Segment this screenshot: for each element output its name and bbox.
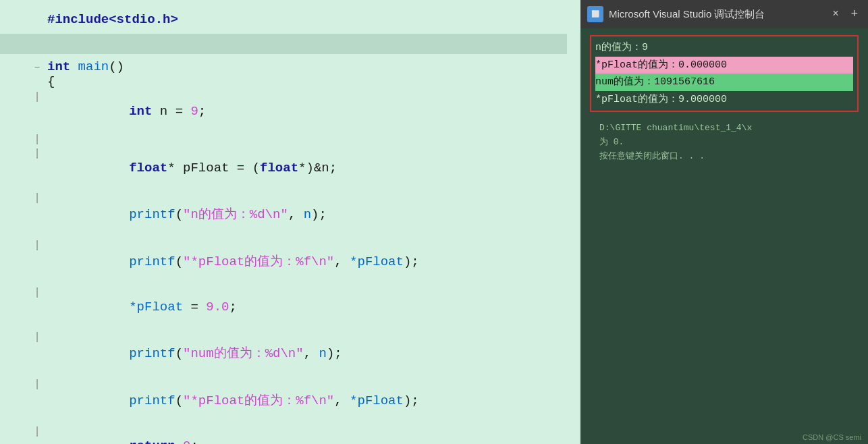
output-line-2-highlighted: *pFloat的值为：0.000000 <box>595 57 853 74</box>
line-gutter-pipe2: | <box>27 134 47 146</box>
line-gutter-minus: – <box>27 61 47 74</box>
console-title: Microsoft Visual Studio 调试控制台 <box>609 8 823 21</box>
include-line: #include<stdio.h> <box>27 12 567 27</box>
output-line-3-highlighted: num的值为：1091567616 <box>595 74 853 91</box>
open-brace-line: { <box>27 74 567 89</box>
console-path-section: D:\GITTE chuantimu\test_1_4\x 为 0. 按任意键关… <box>590 119 859 163</box>
console-titlebar: ⬜ Microsoft Visual Studio 调试控制台 × + <box>580 0 868 28</box>
vs-icon-label: ⬜ <box>591 10 599 18</box>
main-parens: () <box>109 59 124 74</box>
main-sig-line: – int main() <box>27 59 567 74</box>
line-printf-pfloat1: | printf("*pFloat的值为：%f\n", *pFloat); <box>27 238 567 285</box>
line-gutter-pipe6: | <box>27 287 47 299</box>
line-pfloat-decl: | float* pFloat = (float*)&n; <box>27 146 567 190</box>
line-printf-pfloat2: | printf("*pFloat的值为：%f\n", *pFloat); <box>27 377 567 424</box>
watermark-container: CSDN @CS semi <box>580 429 868 444</box>
line-printf-num: | printf("num的值为：%d\n", n); <box>27 329 567 377</box>
line-printf-n: | printf("n的值为：%d\n", n); <box>27 190 567 238</box>
path-line-1: D:\GITTE chuantimu\test_1_4\x <box>599 121 849 136</box>
code-content: #include<stdio.h> – int main() { | int n… <box>0 0 580 444</box>
plus-button[interactable]: + <box>848 7 861 21</box>
path-line-2: 为 0. <box>599 136 849 150</box>
line-gutter-pipe4: | <box>27 192 47 204</box>
vs-icon: ⬜ <box>587 6 603 22</box>
line-gutter-pipe9: | <box>27 426 47 438</box>
int-keyword: int <box>47 59 78 74</box>
main-fn: main <box>78 59 109 74</box>
highlighted-output-block: n的值为：9 *pFloat的值为：0.000000 num的值为：109156… <box>590 35 859 112</box>
output-line-1: n的值为：9 <box>595 39 853 57</box>
line-empty-1: | <box>27 134 567 146</box>
line-gutter-pipe3: | <box>27 148 47 160</box>
include-text: #include<stdio.h> <box>47 12 178 27</box>
line-pfloat-assign: | *pFloat = 9.0; <box>27 285 567 329</box>
line-gutter-pipe8: | <box>27 379 47 391</box>
path-line-3: 按任意键关闭此窗口. . . <box>599 150 849 164</box>
line-gutter-pipe1: | <box>27 91 47 103</box>
output-line-4: *pFloat的值为：9.000000 <box>595 91 853 109</box>
line-gutter-pipe5: | <box>27 240 47 252</box>
line-int-n: | int n = 9; <box>27 89 567 134</box>
highlight-bar <box>0 34 567 54</box>
console-panel: ⬜ Microsoft Visual Studio 调试控制台 × + n的值为… <box>580 0 868 444</box>
line-gutter-pipe7: | <box>27 331 47 343</box>
close-button[interactable]: × <box>829 7 842 21</box>
watermark: CSDN @CS semi <box>803 433 861 441</box>
console-output: n的值为：9 *pFloat的值为：0.000000 num的值为：109156… <box>580 28 868 429</box>
line-return: | return 0; <box>27 424 567 444</box>
code-editor: #include<stdio.h> – int main() { | int n… <box>0 0 580 444</box>
